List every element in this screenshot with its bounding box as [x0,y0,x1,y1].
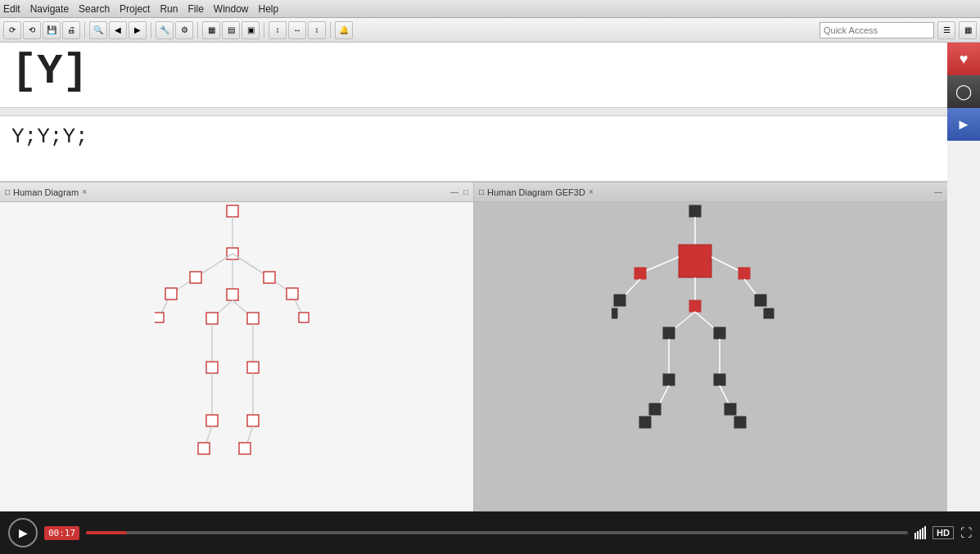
svg-rect-55 [714,374,725,385]
menu-project[interactable]: Project [120,3,150,15]
svg-rect-50 [663,327,675,339]
svg-rect-35 [679,245,711,277]
diagram-left-icon: □ [5,187,10,196]
menu-help[interactable]: Help [259,3,279,15]
svg-rect-38 [635,268,646,279]
toolbar-btn-15[interactable]: ↕ [308,21,326,39]
diagram-right-icon: □ [479,187,484,196]
svg-rect-43 [755,295,766,306]
svg-rect-61 [639,417,651,428]
diagram-left-header: □ Human Diagram × — □ [0,182,473,202]
toolbar-btn-14[interactable]: ↔ [288,21,306,39]
diagram-right-close[interactable]: × [589,187,594,196]
menu-search[interactable]: Search [79,3,110,15]
menu-edit[interactable]: Edit [3,3,20,15]
svg-rect-31 [198,443,210,454]
progress-fill [86,531,127,534]
svg-rect-7 [190,272,201,283]
heart-button[interactable]: ♥ [947,43,980,75]
svg-rect-23 [206,362,218,373]
svg-rect-32 [239,443,251,454]
code-text: Y;Y;Y; [11,124,936,149]
toolbar-btn-7[interactable]: ▶ [129,21,147,39]
toolbar-btn-16[interactable]: 🔔 [335,21,353,39]
diagram-left-controls: — □ [450,187,468,196]
menu-window[interactable]: Window [214,3,249,15]
svg-rect-24 [247,362,259,373]
bar-1 [915,533,916,539]
toolbar-btn-5[interactable]: 🔍 [89,21,107,39]
toolbar-btn-3[interactable]: 💾 [43,21,61,39]
toolbar-btn-13[interactable]: ↕ [269,21,287,39]
toolbar-btn-8[interactable]: 🔧 [156,21,174,39]
main-content: [Y] Y;Y;Y; □ Human Diagram × — □ [0,43,947,511]
bar-2 [917,531,919,539]
svg-rect-11 [165,288,177,300]
toolbar-btn-18[interactable]: ▦ [959,21,977,39]
diagrams-area: □ Human Diagram × — □ [0,182,947,511]
clock-button[interactable]: ◯ [947,75,980,108]
toolbar-btn-17[interactable]: ☰ [937,21,955,39]
diagram-left-title-area: □ Human Diagram × [5,187,87,197]
svg-rect-60 [734,417,746,428]
svg-rect-39 [738,268,750,279]
diagram-right-canvas [474,202,947,511]
diagram-right-header: □ Human Diagram GEF3D × — [474,182,947,202]
volume-bars[interactable] [915,526,926,539]
menu-file[interactable]: File [187,3,203,15]
right-sidebar: ♥ ◯ ► [947,43,980,178]
toolbar-btn-12[interactable]: ▣ [242,21,260,39]
separator-1 [84,22,85,38]
separator-5 [330,22,331,38]
video-right-controls: HD ⛶ [915,526,972,539]
svg-rect-14 [299,313,309,322]
svg-rect-54 [663,374,675,385]
minimize-right-icon[interactable]: — [934,187,942,196]
svg-rect-20 [247,313,259,324]
maximize-icon[interactable]: □ [463,187,468,196]
diagram-left-close[interactable]: × [82,187,87,196]
svg-rect-59 [725,403,736,415]
fullscreen-button[interactable]: ⛶ [960,526,972,539]
quick-access-input[interactable] [820,22,934,38]
stick-figure-3d [612,204,792,482]
bar-4 [922,528,924,539]
stick-figure-2d [155,204,318,482]
horizontal-scrollbar[interactable] [0,107,947,115]
toolbar-btn-4[interactable]: 🖨 [62,21,80,39]
toolbar-btn-2[interactable]: ⟲ [23,21,41,39]
progress-bar[interactable] [86,531,908,534]
toolbar: ⟳ ⟲ 💾 🖨 🔍 ◀ ▶ 🔧 ⚙ ▦ ▤ ▣ ↕ ↔ ↕ 🔔 ☰ ▦ [0,18,980,43]
diagram-left: □ Human Diagram × — □ [0,182,474,511]
diagram-right: □ Human Diagram GEF3D × — [474,182,947,511]
toolbar-btn-6[interactable]: ◀ [109,21,127,39]
toolbar-btn-1[interactable]: ⟳ [3,21,21,39]
diagram-right-title-area: □ Human Diagram GEF3D × [479,187,594,197]
menu-run[interactable]: Run [160,3,178,15]
svg-rect-45 [764,309,774,318]
play-icon: ▶ [19,526,28,539]
svg-rect-47 [689,300,701,312]
toolbar-btn-9[interactable]: ⚙ [175,21,193,39]
menu-navigate[interactable]: Navigate [30,3,69,15]
diagram-left-title: Human Diagram [13,187,79,197]
play-button[interactable]: ▶ [8,518,38,547]
separator-3 [197,22,198,38]
send-button[interactable]: ► [947,108,980,141]
toolbar-btn-10[interactable]: ▦ [202,21,220,39]
editor-bottom: Y;Y;Y; [0,116,947,182]
svg-rect-42 [614,295,625,306]
svg-rect-12 [287,288,298,300]
editor-top: [Y] [0,43,947,116]
svg-rect-28 [247,415,259,426]
separator-4 [264,22,264,38]
minimize-icon[interactable]: — [450,187,458,196]
svg-rect-33 [689,205,701,217]
diagram-right-controls: — [934,187,942,196]
hd-badge: HD [933,526,954,539]
bracket-text: [Y] [11,51,936,93]
svg-rect-0 [227,205,238,217]
svg-rect-16 [227,289,238,300]
toolbar-btn-11[interactable]: ▤ [222,21,240,39]
diagram-left-canvas [0,202,473,511]
